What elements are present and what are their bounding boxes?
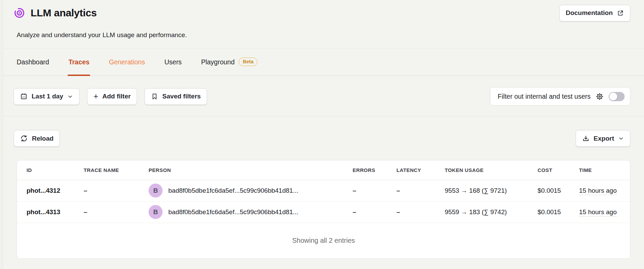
page-subtitle: Analyze and understand your LLM usage an… <box>17 31 630 39</box>
external-link-icon <box>617 10 624 17</box>
tab-dashboard-label: Dashboard <box>17 58 49 66</box>
internal-users-toggle[interactable] <box>609 92 625 101</box>
person-id[interactable]: bad8f0b5dbe1fc6da5ef...5c99c906bb41d81..… <box>168 208 298 216</box>
toggle-knob <box>609 93 617 100</box>
traces-table-card: ID TRACE NAME PERSON ERRORS LATENCY TOKE… <box>17 160 630 259</box>
relative-time[interactable]: 15 hours ago <box>579 208 617 217</box>
column-header-time: TIME <box>579 160 630 180</box>
trace-name: – <box>84 180 149 201</box>
errors-cell: – <box>353 201 396 223</box>
person-cell[interactable]: B bad8f0b5dbe1fc6da5ef...5c99c906bb41d81… <box>149 201 353 223</box>
latency-cell: – <box>396 180 445 201</box>
documentation-button-label: Documentation <box>566 9 613 17</box>
sidebar-edge <box>0 0 3 269</box>
trace-name: – <box>84 201 149 223</box>
relative-time[interactable]: 15 hours ago <box>579 187 617 195</box>
reload-button-label: Reload <box>32 135 53 142</box>
column-header-id: ID <box>17 160 84 180</box>
person-id[interactable]: bad8f0b5dbe1fc6da5ef...5c99c906bb41d81..… <box>168 187 298 194</box>
title-row: LLM analytics Documentation <box>14 4 630 22</box>
chevron-down-icon <box>67 94 73 99</box>
tab-users-label: Users <box>164 58 182 66</box>
table-footer: Showing all 2 entries <box>17 223 630 258</box>
documentation-button[interactable]: Documentation <box>559 5 630 21</box>
errors-cell: – <box>353 180 396 201</box>
main-content: LLM analytics Documentation Analyze and … <box>3 0 644 269</box>
saved-filters-button[interactable]: Saved filters <box>145 88 207 105</box>
person-cell[interactable]: B bad8f0b5dbe1fc6da5ef...5c99c906bb41d81… <box>149 180 353 201</box>
column-header-latency: LATENCY <box>396 160 445 180</box>
page-header: LLM analytics Documentation Analyze and … <box>3 0 644 39</box>
trace-id[interactable]: phot...4313 <box>17 201 84 223</box>
export-button[interactable]: Export <box>576 130 630 147</box>
token-usage-cell: 9553 → 168 (∑ 9721) <box>445 180 538 201</box>
table-row[interactable]: phot...4312 – B bad8f0b5dbe1fc6da5ef...5… <box>17 180 630 201</box>
column-header-token-usage: TOKEN USAGE <box>445 160 538 180</box>
add-filter-label: Add filter <box>102 93 131 100</box>
llm-analytics-page: LLM analytics Documentation Analyze and … <box>0 0 644 269</box>
plus-icon: + <box>94 92 98 100</box>
latency-cell: – <box>396 201 445 223</box>
tab-traces-label: Traces <box>68 58 89 66</box>
cost-cell: $0.0015 <box>538 201 579 223</box>
trace-id[interactable]: phot...4312 <box>17 180 84 201</box>
tab-generations-label: Generations <box>109 58 145 66</box>
date-range-label: Last 1 day <box>32 93 63 100</box>
avatar: B <box>149 205 163 219</box>
column-header-trace-name: TRACE NAME <box>84 160 149 180</box>
export-button-label: Export <box>594 135 614 142</box>
cost-cell: $0.0015 <box>538 180 579 201</box>
beta-badge: Beta <box>239 58 257 66</box>
tab-playground[interactable]: Playground Beta <box>201 48 257 76</box>
time-cell: 15 hours ago <box>579 180 630 201</box>
calendar-icon <box>20 93 28 100</box>
reload-button[interactable]: Reload <box>14 130 60 147</box>
gear-icon <box>595 92 604 101</box>
reload-icon <box>20 134 28 142</box>
download-icon <box>582 135 590 142</box>
tab-playground-label: Playground <box>201 58 235 66</box>
column-header-errors: ERRORS <box>353 160 396 180</box>
table-header-row: ID TRACE NAME PERSON ERRORS LATENCY TOKE… <box>17 160 630 180</box>
internal-users-filter-box: Filter out internal and test users <box>490 87 630 106</box>
date-range-button[interactable]: Last 1 day <box>14 88 80 105</box>
actions-row: Reload Export <box>3 116 644 147</box>
page-title: LLM analytics <box>31 7 97 19</box>
tab-generations[interactable]: Generations <box>109 48 145 76</box>
internal-users-filter-label: Filter out internal and test users <box>498 93 591 100</box>
table-row[interactable]: phot...4313 – B bad8f0b5dbe1fc6da5ef...5… <box>17 201 630 223</box>
chevron-down-icon <box>618 136 624 141</box>
tabs-bar: Dashboard Traces Generations Users Playg… <box>3 48 644 76</box>
time-cell: 15 hours ago <box>579 201 630 223</box>
add-filter-button[interactable]: + Add filter <box>87 88 137 105</box>
traces-table: ID TRACE NAME PERSON ERRORS LATENCY TOKE… <box>17 160 630 223</box>
tab-dashboard[interactable]: Dashboard <box>17 48 49 76</box>
saved-filters-label: Saved filters <box>162 93 201 100</box>
bookmark-icon <box>151 93 158 100</box>
llm-analytics-icon <box>14 7 25 19</box>
column-header-cost: COST <box>538 160 579 180</box>
column-header-person: PERSON <box>149 160 353 180</box>
internal-users-settings-button[interactable] <box>595 92 604 101</box>
filter-row: Last 1 day + Add filter Saved filters Fi… <box>3 76 644 106</box>
tab-traces[interactable]: Traces <box>68 48 89 76</box>
token-usage-cell: 9559 → 183 (∑ 9742) <box>445 201 538 223</box>
avatar: B <box>149 184 163 197</box>
tab-users[interactable]: Users <box>164 48 182 76</box>
